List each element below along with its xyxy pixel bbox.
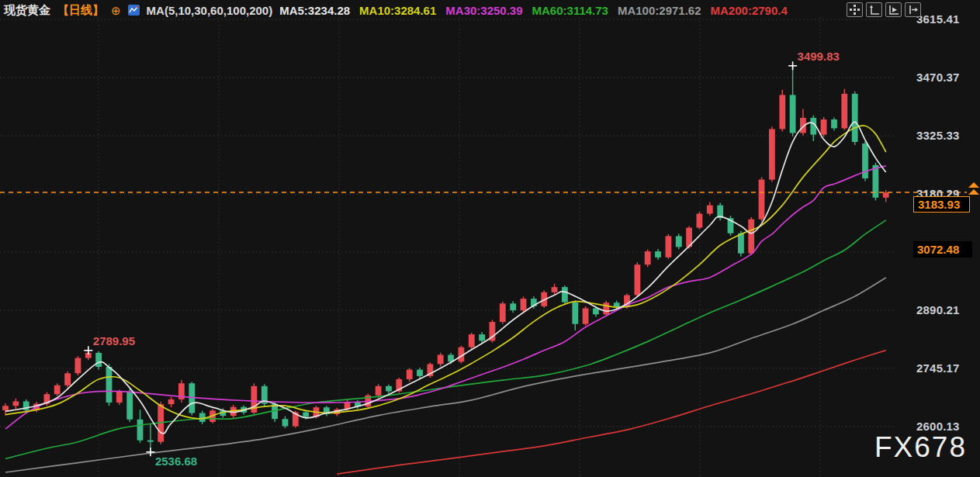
y-axis-label: 3325.33 (916, 130, 960, 142)
candle-body (707, 206, 713, 214)
price-arrow-icon (968, 182, 979, 188)
ma-summary-label: MA(5,10,30,60,100,200) (147, 4, 273, 17)
candle-body (603, 302, 609, 314)
candle-body (562, 287, 568, 302)
candle-body (697, 214, 703, 228)
candle-body (479, 334, 485, 340)
extreme-price-annotation: 2536.68 (155, 455, 197, 468)
y-axis-label: 2890.21 (916, 304, 960, 316)
candle-body (126, 392, 133, 420)
last-price-label: 3183.93 (913, 196, 970, 213)
candle-body (572, 302, 578, 324)
move-crosshair-icon (849, 4, 861, 16)
timeframe-tag[interactable]: 【日线】 (57, 3, 104, 18)
candle-body (303, 413, 309, 417)
price-arrow-icon (968, 189, 979, 195)
ma-line-ma10 (5, 126, 886, 419)
candle-body (655, 251, 661, 258)
chart-header: 现货黄金 【日线】 ⊕ MA(5,10,30,60,100,200) MA5:3… (0, 2, 980, 19)
candle-body (386, 386, 392, 392)
candle-body (116, 392, 123, 403)
y-axis-label: 2745.17 (916, 362, 960, 375)
candle-body (137, 420, 144, 441)
candle-body (417, 370, 423, 376)
candle-body (500, 303, 506, 322)
candle-body (147, 441, 154, 442)
candle-body (54, 385, 61, 394)
chart-window: 3499.832789.952536.68 现货黄金 【日线】 ⊕ MA(5,1… (0, 0, 980, 477)
scale-axes-icon (868, 4, 880, 16)
arrow-out-icon (907, 4, 919, 16)
candle-body (438, 355, 444, 365)
candle-body (769, 129, 775, 179)
scale-axes-button[interactable] (866, 2, 882, 17)
ma-legend-item: MA100:2971.62 (618, 4, 701, 17)
candle-body (13, 402, 19, 406)
ma-line-ma100 (5, 278, 886, 472)
candle-body (645, 251, 651, 264)
candle-body (748, 219, 754, 254)
candle-body (199, 413, 206, 422)
candle-body (790, 95, 796, 133)
candle-body (841, 94, 847, 128)
ma-legend-item: MA10:3284.61 (359, 4, 436, 17)
candle-body (666, 236, 672, 257)
secondary-price-label: 3072.48 (913, 241, 972, 258)
instrument-title: 现货黄金 (4, 3, 50, 18)
candle-body (282, 419, 289, 426)
candle-body (852, 94, 858, 142)
candle-body (779, 95, 785, 129)
candle-body (676, 236, 682, 247)
candle-body (106, 367, 113, 403)
candle-body (510, 303, 516, 310)
ma-line-ma30 (5, 166, 886, 429)
candle-body (759, 180, 765, 219)
candle-body (64, 373, 71, 385)
candle-body (2, 406, 9, 410)
candle-body (862, 143, 868, 178)
y-axis-label: 2600.13 (916, 420, 960, 433)
candle-body (821, 119, 827, 135)
ma-legend: MA5:3234.28MA10:3284.61MA30:3250.39MA60:… (279, 4, 788, 17)
ma-legend-item: MA30:3250.39 (445, 4, 522, 17)
candle-body (469, 334, 475, 347)
candle-body (376, 386, 382, 396)
candle-body (168, 399, 175, 404)
ma-legend-item: MA5:3234.28 (279, 4, 350, 17)
y-axis-label: 3470.37 (916, 71, 960, 84)
candle-body (883, 192, 889, 198)
candle-body (583, 309, 589, 324)
auto-scroll-button[interactable] (885, 2, 902, 17)
ma-legend-item: MA60:3114.73 (532, 4, 608, 17)
move-crosshair-button[interactable] (847, 2, 863, 17)
chart-toolbar (847, 2, 921, 17)
candle-body (75, 358, 81, 374)
candle-body (407, 370, 413, 379)
play-axes-icon (888, 4, 899, 16)
candle-body (593, 309, 599, 315)
candle-body (552, 287, 558, 292)
candle-body (738, 233, 744, 254)
ma-legend-item: MA200:2790.4 (711, 4, 788, 17)
candlestick-chart-icon (128, 5, 140, 16)
candle-body (95, 353, 102, 367)
price-chart-canvas[interactable]: 3499.832789.952536.68 (0, 0, 980, 477)
extreme-price-annotation: 2789.95 (93, 334, 135, 347)
expand-icon[interactable]: ⊕ (111, 5, 121, 16)
candle-body (521, 299, 527, 310)
candle-body (635, 264, 641, 295)
candle-body (831, 119, 837, 128)
pop-out-button[interactable] (905, 2, 921, 17)
extreme-price-annotation: 3499.83 (798, 50, 840, 63)
